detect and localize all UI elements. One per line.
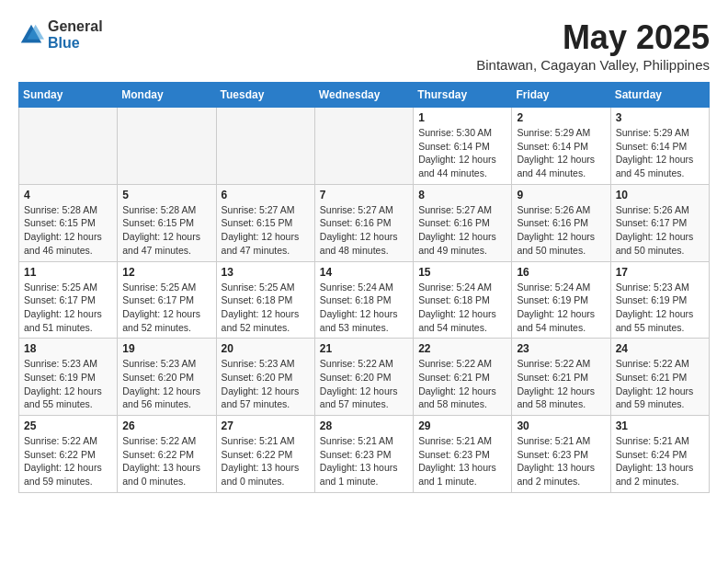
day-info: Sunrise: 5:29 AMSunset: 6:14 PMDaylight:… [616, 126, 704, 180]
day-number: 18 [24, 342, 112, 355]
day-info: Sunrise: 5:25 AMSunset: 6:17 PMDaylight:… [24, 281, 112, 335]
day-cell-30: 30Sunrise: 5:21 AMSunset: 6:23 PMDayligh… [512, 416, 610, 493]
calendar-subtitle: Bintawan, Cagayan Valley, Philippines [476, 57, 710, 73]
day-info: Sunrise: 5:23 AMSunset: 6:20 PMDaylight:… [122, 357, 210, 411]
day-info: Sunrise: 5:28 AMSunset: 6:15 PMDaylight:… [24, 203, 112, 258]
day-number: 30 [517, 419, 605, 432]
day-number: 8 [418, 189, 506, 201]
day-number: 7 [320, 189, 408, 201]
day-info: Sunrise: 5:22 AMSunset: 6:22 PMDaylight:… [24, 434, 112, 488]
day-cell-12: 12Sunrise: 5:25 AMSunset: 6:17 PMDayligh… [118, 261, 216, 339]
day-info: Sunrise: 5:21 AMSunset: 6:23 PMDaylight:… [517, 434, 605, 488]
day-number: 29 [418, 419, 506, 432]
col-header-friday: Friday [512, 83, 610, 108]
day-cell-1: 1Sunrise: 5:30 AMSunset: 6:14 PMDaylight… [414, 108, 512, 185]
col-header-sunday: Sunday [19, 83, 118, 108]
day-number: 17 [616, 266, 704, 279]
day-cell-25: 25Sunrise: 5:22 AMSunset: 6:22 PMDayligh… [19, 416, 118, 493]
week-row-3: 11Sunrise: 5:25 AMSunset: 6:17 PMDayligh… [19, 261, 710, 339]
day-cell-23: 23Sunrise: 5:22 AMSunset: 6:21 PMDayligh… [512, 339, 610, 416]
day-info: Sunrise: 5:26 AMSunset: 6:16 PMDaylight:… [517, 203, 605, 258]
day-number: 3 [616, 111, 704, 124]
day-number: 4 [24, 189, 112, 201]
day-cell-28: 28Sunrise: 5:21 AMSunset: 6:23 PMDayligh… [314, 416, 413, 493]
day-number: 22 [418, 342, 506, 355]
day-number: 13 [222, 266, 310, 279]
day-number: 19 [122, 342, 210, 355]
day-cell-10: 10Sunrise: 5:26 AMSunset: 6:17 PMDayligh… [610, 184, 709, 261]
day-cell-17: 17Sunrise: 5:23 AMSunset: 6:19 PMDayligh… [610, 261, 709, 339]
logo-blue: Blue [48, 35, 103, 52]
day-cell-31: 31Sunrise: 5:21 AMSunset: 6:24 PMDayligh… [610, 416, 709, 493]
empty-cell [19, 108, 118, 185]
day-info: Sunrise: 5:24 AMSunset: 6:19 PMDaylight:… [517, 281, 605, 335]
day-cell-14: 14Sunrise: 5:24 AMSunset: 6:18 PMDayligh… [314, 261, 413, 339]
day-info: Sunrise: 5:22 AMSunset: 6:21 PMDaylight:… [418, 357, 506, 411]
day-info: Sunrise: 5:24 AMSunset: 6:18 PMDaylight:… [320, 281, 408, 335]
day-number: 25 [24, 419, 112, 432]
day-info: Sunrise: 5:30 AMSunset: 6:14 PMDaylight:… [418, 126, 506, 180]
day-info: Sunrise: 5:23 AMSunset: 6:19 PMDaylight:… [616, 281, 704, 335]
day-number: 15 [418, 266, 506, 279]
day-info: Sunrise: 5:23 AMSunset: 6:20 PMDaylight:… [222, 357, 310, 411]
day-cell-7: 7Sunrise: 5:27 AMSunset: 6:16 PMDaylight… [314, 184, 413, 261]
day-info: Sunrise: 5:28 AMSunset: 6:15 PMDaylight:… [122, 203, 210, 258]
day-number: 14 [320, 266, 408, 279]
day-info: Sunrise: 5:27 AMSunset: 6:16 PMDaylight:… [320, 203, 408, 258]
day-info: Sunrise: 5:26 AMSunset: 6:17 PMDaylight:… [616, 203, 704, 258]
page-header: General Blue May 2025 Bintawan, Cagayan … [18, 18, 710, 73]
day-cell-24: 24Sunrise: 5:22 AMSunset: 6:21 PMDayligh… [610, 339, 709, 416]
day-cell-13: 13Sunrise: 5:25 AMSunset: 6:18 PMDayligh… [216, 261, 314, 339]
day-number: 21 [320, 342, 408, 355]
day-info: Sunrise: 5:27 AMSunset: 6:15 PMDaylight:… [222, 203, 310, 258]
day-info: Sunrise: 5:21 AMSunset: 6:24 PMDaylight:… [616, 434, 704, 488]
calendar-title: May 2025 [476, 18, 710, 57]
day-info: Sunrise: 5:22 AMSunset: 6:21 PMDaylight:… [517, 357, 605, 411]
day-number: 9 [517, 189, 605, 201]
day-cell-11: 11Sunrise: 5:25 AMSunset: 6:17 PMDayligh… [19, 261, 118, 339]
col-header-wednesday: Wednesday [314, 83, 413, 108]
day-cell-6: 6Sunrise: 5:27 AMSunset: 6:15 PMDaylight… [216, 184, 314, 261]
day-cell-27: 27Sunrise: 5:21 AMSunset: 6:22 PMDayligh… [216, 416, 314, 493]
empty-cell [216, 108, 314, 185]
title-block: May 2025 Bintawan, Cagayan Valley, Phili… [476, 18, 710, 73]
col-header-thursday: Thursday [414, 83, 512, 108]
day-cell-16: 16Sunrise: 5:24 AMSunset: 6:19 PMDayligh… [512, 261, 610, 339]
day-cell-2: 2Sunrise: 5:29 AMSunset: 6:14 PMDaylight… [512, 108, 610, 185]
day-cell-20: 20Sunrise: 5:23 AMSunset: 6:20 PMDayligh… [216, 339, 314, 416]
day-number: 10 [616, 189, 704, 201]
day-number: 28 [320, 419, 408, 432]
logo-text: General Blue [48, 18, 103, 51]
day-info: Sunrise: 5:24 AMSunset: 6:18 PMDaylight:… [418, 281, 506, 335]
col-header-saturday: Saturday [610, 83, 709, 108]
day-cell-3: 3Sunrise: 5:29 AMSunset: 6:14 PMDaylight… [610, 108, 709, 185]
logo: General Blue [18, 18, 103, 51]
day-number: 12 [122, 266, 210, 279]
day-info: Sunrise: 5:22 AMSunset: 6:21 PMDaylight:… [616, 357, 704, 411]
day-cell-9: 9Sunrise: 5:26 AMSunset: 6:16 PMDaylight… [512, 184, 610, 261]
day-info: Sunrise: 5:25 AMSunset: 6:18 PMDaylight:… [222, 281, 310, 335]
day-info: Sunrise: 5:23 AMSunset: 6:19 PMDaylight:… [24, 357, 112, 411]
week-row-4: 18Sunrise: 5:23 AMSunset: 6:19 PMDayligh… [19, 339, 710, 416]
day-info: Sunrise: 5:22 AMSunset: 6:22 PMDaylight:… [122, 434, 210, 488]
day-cell-22: 22Sunrise: 5:22 AMSunset: 6:21 PMDayligh… [414, 339, 512, 416]
week-row-5: 25Sunrise: 5:22 AMSunset: 6:22 PMDayligh… [19, 416, 710, 493]
day-info: Sunrise: 5:27 AMSunset: 6:16 PMDaylight:… [418, 203, 506, 258]
day-number: 23 [517, 342, 605, 355]
week-row-2: 4Sunrise: 5:28 AMSunset: 6:15 PMDaylight… [19, 184, 710, 261]
day-info: Sunrise: 5:21 AMSunset: 6:23 PMDaylight:… [320, 434, 408, 488]
week-row-1: 1Sunrise: 5:30 AMSunset: 6:14 PMDaylight… [19, 108, 710, 185]
header-row: SundayMondayTuesdayWednesdayThursdayFrid… [19, 83, 710, 108]
calendar-table: SundayMondayTuesdayWednesdayThursdayFrid… [18, 82, 710, 493]
logo-icon [18, 22, 44, 48]
day-info: Sunrise: 5:21 AMSunset: 6:22 PMDaylight:… [222, 434, 310, 488]
day-cell-4: 4Sunrise: 5:28 AMSunset: 6:15 PMDaylight… [19, 184, 118, 261]
day-info: Sunrise: 5:29 AMSunset: 6:14 PMDaylight:… [517, 126, 605, 180]
day-number: 26 [122, 419, 210, 432]
day-number: 27 [222, 419, 310, 432]
day-info: Sunrise: 5:21 AMSunset: 6:23 PMDaylight:… [418, 434, 506, 488]
day-info: Sunrise: 5:25 AMSunset: 6:17 PMDaylight:… [122, 281, 210, 335]
day-cell-5: 5Sunrise: 5:28 AMSunset: 6:15 PMDaylight… [118, 184, 216, 261]
day-cell-29: 29Sunrise: 5:21 AMSunset: 6:23 PMDayligh… [414, 416, 512, 493]
day-number: 5 [122, 189, 210, 201]
